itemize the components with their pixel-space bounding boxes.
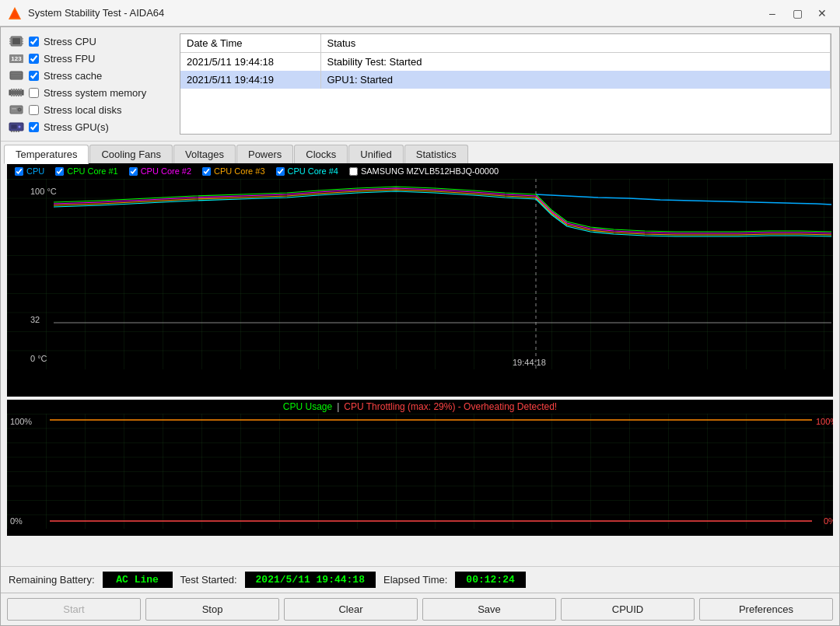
- log-datetime-1: 2021/5/11 19:44:18: [180, 53, 320, 72]
- tab-clocks[interactable]: Clocks: [294, 145, 348, 163]
- preferences-button[interactable]: Preferences: [699, 598, 833, 621]
- window-title: System Stability Test - AIDA64: [28, 7, 164, 19]
- col-datetime: Date & Time: [180, 34, 320, 53]
- svg-text:0%: 0%: [824, 516, 833, 526]
- legend-cpu-core3: CPU Core #3: [202, 166, 264, 176]
- svg-point-26: [19, 109, 20, 110]
- stress-gpu-label: Stress GPU(s): [44, 121, 109, 133]
- chart2-title-bar: CPU Usage | CPU Throttling (max: 29%) - …: [7, 400, 833, 414]
- temperature-chart-panel: CPU CPU Core #1 CPU Core #2 CPU Core #3 …: [7, 163, 833, 397]
- chart2-title-usage: CPU Usage: [283, 401, 332, 412]
- svg-rect-45: [7, 414, 833, 529]
- window-controls: – ▢ ✕: [762, 5, 832, 22]
- legend-samsung: SAMSUNG MZVLB512HBJQ-00000: [349, 166, 499, 176]
- remaining-battery-value: AC Line: [103, 572, 173, 588]
- stress-cpu-item: Stress CPU: [9, 33, 172, 49]
- stress-fpu-checkbox[interactable]: [29, 54, 39, 64]
- chart-legend: CPU CPU Core #1 CPU Core #2 CPU Core #3 …: [7, 163, 833, 179]
- svg-rect-18: [20, 89, 22, 91]
- svg-rect-23: [20, 94, 22, 96]
- stress-gpu-item: Stress GPU(s): [9, 119, 172, 135]
- stress-disk-item: Stress local disks: [9, 102, 172, 117]
- tabs-section: Temperatures Cooling Fans Voltages Power…: [1, 141, 839, 163]
- log-status-2: GPU1: Started: [320, 71, 831, 89]
- legend-cpu-core1-checkbox[interactable]: [55, 167, 64, 176]
- legend-cpu-core4-checkbox[interactable]: [276, 167, 285, 176]
- title-bar: System Stability Test - AIDA64 – ▢ ✕: [0, 0, 840, 26]
- legend-cpu-core4-label: CPU Core #4: [288, 166, 338, 176]
- cpu-usage-chart-svg: 100% 0% 100% 0%: [7, 414, 833, 529]
- temperature-chart-svg: 100 °C 32 0 °C: [7, 179, 833, 369]
- legend-samsung-checkbox[interactable]: [349, 167, 358, 176]
- top-section: Stress CPU 123 Stress FPU: [1, 27, 839, 141]
- svg-rect-14: [11, 89, 12, 91]
- svg-rect-19: [11, 94, 12, 96]
- title-bar-left: System Stability Test - AIDA64: [8, 6, 164, 20]
- chart2-title-throttling: CPU Throttling (max: 29%) - Overheating …: [344, 401, 557, 412]
- legend-cpu-core2: CPU Core #2: [129, 166, 191, 176]
- stress-gpu-checkbox[interactable]: [29, 122, 39, 132]
- tab-temperatures[interactable]: Temperatures: [4, 145, 89, 164]
- legend-cpu-core3-checkbox[interactable]: [202, 167, 211, 176]
- legend-cpu-core1: CPU Core #1: [55, 166, 117, 176]
- cpu-icon: [9, 35, 24, 47]
- log-row-2: 2021/5/11 19:44:19 GPU1: Started: [180, 71, 831, 89]
- log-row-1: 2021/5/11 19:44:18 Stability Test: Start…: [180, 53, 831, 72]
- button-bar: Start Stop Clear Save CPUID Preferences: [1, 593, 839, 625]
- stress-memory-checkbox[interactable]: [29, 88, 39, 98]
- legend-cpu-core4: CPU Core #4: [276, 166, 338, 176]
- legend-cpu-core2-checkbox[interactable]: [129, 167, 138, 176]
- elapsed-time-value: 00:12:24: [455, 572, 525, 588]
- legend-cpu-label: CPU: [26, 166, 44, 176]
- cpu-usage-chart-panel: CPU Usage | CPU Throttling (max: 29%) - …: [7, 400, 833, 536]
- stress-cache-item: Stress cache: [9, 68, 172, 83]
- clear-button[interactable]: Clear: [284, 598, 418, 621]
- svg-text:100%: 100%: [10, 417, 32, 426]
- save-button[interactable]: Save: [422, 598, 556, 621]
- svg-rect-16: [16, 89, 17, 91]
- svg-rect-22: [18, 94, 19, 96]
- charts-area: CPU CPU Core #1 CPU Core #2 CPU Core #3 …: [1, 163, 839, 566]
- log-datetime-2: 2021/5/11 19:44:19: [180, 71, 320, 89]
- stress-disk-checkbox[interactable]: [29, 105, 39, 115]
- start-button[interactable]: Start: [7, 598, 141, 621]
- svg-rect-21: [16, 94, 17, 96]
- tab-cooling-fans[interactable]: Cooling Fans: [89, 145, 173, 163]
- svg-text:0%: 0%: [10, 516, 23, 526]
- tab-voltages[interactable]: Voltages: [173, 145, 236, 163]
- elapsed-time-label: Elapsed Time:: [383, 574, 447, 586]
- stop-button[interactable]: Stop: [145, 598, 279, 621]
- svg-point-31: [19, 126, 21, 128]
- legend-cpu-checkbox[interactable]: [15, 167, 23, 176]
- svg-rect-10: [10, 72, 23, 79]
- test-started-label: Test Started:: [180, 574, 237, 586]
- log-table-container: Date & Time Status 2021/5/11 19:44:18 St…: [180, 33, 831, 135]
- stress-disk-label: Stress local disks: [44, 104, 121, 116]
- svg-text:100%: 100%: [816, 417, 833, 426]
- svg-rect-27: [12, 108, 16, 110]
- tab-statistics[interactable]: Statistics: [404, 145, 468, 163]
- stress-fpu-label: Stress FPU: [44, 53, 95, 65]
- stress-cache-checkbox[interactable]: [29, 71, 39, 81]
- svg-text:32: 32: [30, 315, 40, 324]
- svg-text:100 °C: 100 °C: [30, 187, 57, 196]
- close-button[interactable]: ✕: [812, 5, 832, 22]
- cpuid-button[interactable]: CPUID: [561, 598, 695, 621]
- svg-text:19:44:18: 19:44:18: [513, 358, 546, 367]
- tab-unified[interactable]: Unified: [348, 145, 403, 163]
- svg-rect-20: [13, 94, 15, 96]
- legend-cpu: CPU: [15, 166, 44, 176]
- svg-rect-28: [12, 110, 15, 112]
- col-status: Status: [320, 34, 831, 53]
- tab-powers[interactable]: Powers: [236, 145, 293, 163]
- svg-text:0 °C: 0 °C: [30, 354, 47, 363]
- log-status-1: Stability Test: Started: [320, 53, 831, 72]
- log-table-header: Date & Time Status: [180, 34, 831, 53]
- cache-icon: [9, 69, 24, 82]
- maximize-button[interactable]: ▢: [787, 5, 807, 22]
- log-table: Date & Time Status 2021/5/11 19:44:18 St…: [180, 34, 831, 89]
- legend-cpu-core2-label: CPU Core #2: [141, 166, 191, 176]
- minimize-button[interactable]: –: [762, 5, 782, 22]
- stress-cpu-checkbox[interactable]: [29, 37, 39, 47]
- svg-rect-3: [12, 38, 20, 44]
